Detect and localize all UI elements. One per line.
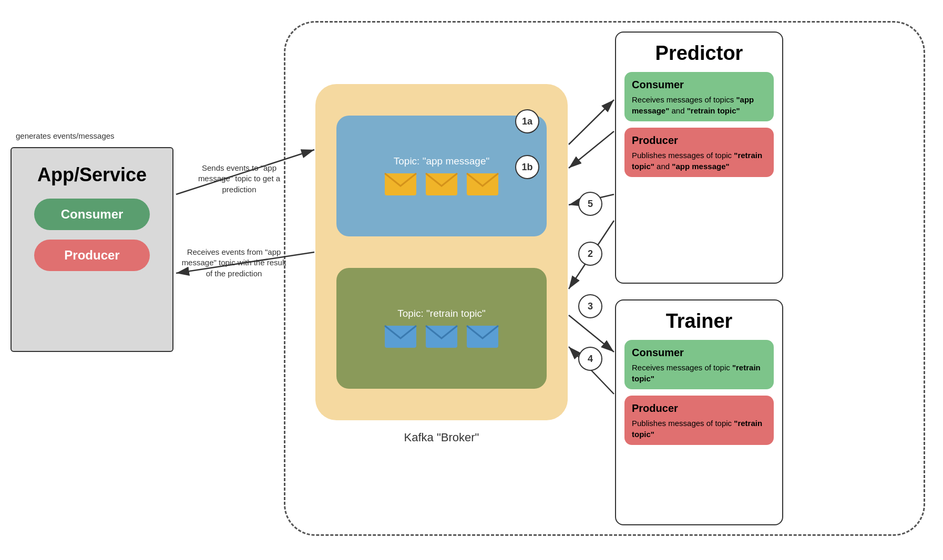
- trainer-producer-text: Publishes messages of topic "retrain top…: [632, 418, 766, 440]
- step-4: 4: [578, 347, 602, 371]
- envelopes-yellow: [384, 172, 499, 196]
- topic-app-message: Topic: "app message": [336, 116, 547, 236]
- kafka-label: Kafka "Broker": [342, 431, 541, 444]
- trainer-title: Trainer: [624, 310, 774, 333]
- consumer-pill: Consumer: [34, 199, 150, 230]
- diagram: generates events/messages App/Service Co…: [0, 0, 943, 560]
- envelope-3: [466, 172, 499, 196]
- envelopes-blue: [384, 325, 499, 349]
- kafka-broker-box: Topic: "app message" Topic: "retrain top…: [315, 84, 568, 420]
- envelope-2: [425, 172, 458, 196]
- envelope-1: [384, 172, 417, 196]
- envelope-4: [384, 325, 417, 349]
- trainer-consumer-pill-title: Consumer: [632, 345, 766, 360]
- predictor-box: Predictor Consumer Receives messages of …: [615, 32, 783, 284]
- sends-arrow-label: Sends events to "app message" topic to g…: [187, 163, 292, 195]
- step-1b: 1b: [515, 155, 539, 179]
- trainer-consumer-pill: Consumer Receives messages of topic "ret…: [624, 340, 774, 389]
- step-3: 3: [578, 294, 602, 318]
- trainer-consumer-text: Receives messages of topic "retrain topi…: [632, 362, 766, 384]
- envelope-5: [425, 325, 458, 349]
- envelope-6: [466, 325, 499, 349]
- topic-app-message-title: Topic: "app message": [394, 155, 489, 167]
- receives-arrow-label: Receives events from "app message" topic…: [179, 247, 289, 279]
- app-service-title: App/Service: [37, 164, 147, 186]
- trainer-producer-pill: Producer Publishes messages of topic "re…: [624, 396, 774, 445]
- predictor-producer-text: Publishes messages of topic "retrain top…: [632, 150, 766, 172]
- topic-retrain-title: Topic: "retrain topic": [397, 308, 486, 319]
- predictor-consumer-pill-title: Consumer: [632, 77, 766, 92]
- trainer-producer-pill-title: Producer: [632, 401, 766, 416]
- step-5: 5: [578, 192, 602, 216]
- generates-label: generates events/messages: [16, 131, 115, 140]
- predictor-producer-pill-title: Producer: [632, 133, 766, 148]
- predictor-title: Predictor: [624, 42, 774, 65]
- topic-retrain: Topic: "retrain topic": [336, 268, 547, 389]
- trainer-box: Trainer Consumer Receives messages of to…: [615, 299, 783, 525]
- predictor-consumer-pill: Consumer Receives messages of topics "ap…: [624, 72, 774, 121]
- predictor-producer-pill: Producer Publishes messages of topic "re…: [624, 128, 774, 177]
- app-service-box: App/Service Consumer Producer: [11, 147, 173, 352]
- step-2: 2: [578, 242, 602, 266]
- producer-pill: Producer: [34, 240, 150, 271]
- predictor-consumer-text: Receives messages of topics "app message…: [632, 94, 766, 116]
- step-1a: 1a: [515, 109, 539, 133]
